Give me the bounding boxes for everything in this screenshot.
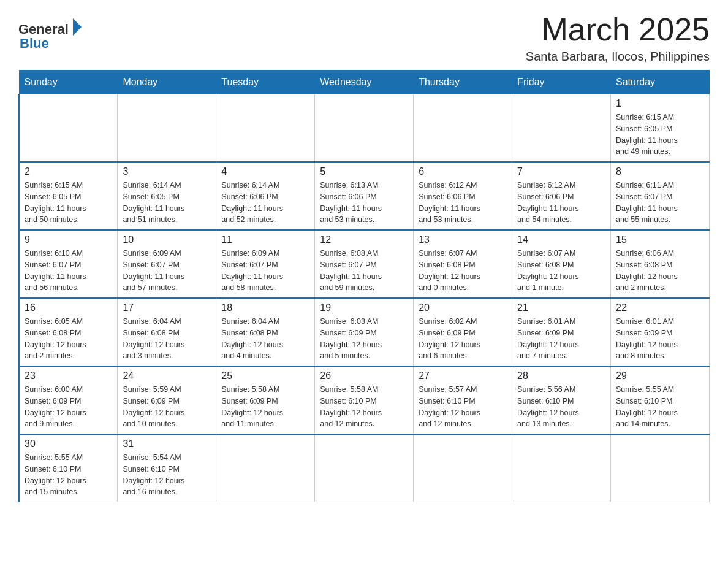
calendar-cell [414, 434, 512, 502]
day-info: Sunrise: 5:55 AM Sunset: 6:10 PM Dayligh… [25, 452, 112, 498]
day-number: 18 [221, 302, 309, 313]
day-info: Sunrise: 6:07 AM Sunset: 6:08 PM Dayligh… [419, 248, 507, 294]
calendar-header-saturday: Saturday [611, 71, 710, 94]
calendar-header-sunday: Sunday [19, 71, 118, 94]
day-info: Sunrise: 6:05 AM Sunset: 6:08 PM Dayligh… [25, 316, 112, 362]
calendar-cell: 7Sunrise: 6:12 AM Sunset: 6:06 PM Daylig… [512, 162, 611, 230]
calendar-cell: 19Sunrise: 6:03 AM Sunset: 6:09 PM Dayli… [315, 298, 414, 366]
calendar-cell: 5Sunrise: 6:13 AM Sunset: 6:06 PM Daylig… [315, 162, 414, 230]
calendar-cell: 17Sunrise: 6:04 AM Sunset: 6:08 PM Dayli… [118, 298, 216, 366]
day-number: 29 [616, 370, 704, 381]
day-number: 7 [517, 166, 605, 177]
day-number: 3 [123, 166, 211, 177]
calendar-table: SundayMondayTuesdayWednesdayThursdayFrid… [18, 70, 710, 502]
day-info: Sunrise: 6:04 AM Sunset: 6:08 PM Dayligh… [123, 316, 211, 362]
day-info: Sunrise: 6:15 AM Sunset: 6:05 PM Dayligh… [616, 112, 704, 158]
day-number: 6 [419, 166, 507, 177]
calendar-cell [216, 434, 315, 502]
day-number: 16 [25, 302, 112, 313]
day-info: Sunrise: 6:15 AM Sunset: 6:05 PM Dayligh… [25, 180, 112, 226]
calendar-header-friday: Friday [512, 71, 611, 94]
calendar-cell: 30Sunrise: 5:55 AM Sunset: 6:10 PM Dayli… [19, 434, 118, 502]
day-info: Sunrise: 5:57 AM Sunset: 6:10 PM Dayligh… [419, 384, 507, 430]
calendar-cell [315, 434, 414, 502]
calendar-week-row: 30Sunrise: 5:55 AM Sunset: 6:10 PM Dayli… [19, 434, 710, 502]
calendar-cell: 29Sunrise: 5:55 AM Sunset: 6:10 PM Dayli… [611, 366, 710, 434]
calendar-cell: 15Sunrise: 6:06 AM Sunset: 6:08 PM Dayli… [611, 230, 710, 298]
day-number: 1 [616, 98, 704, 109]
day-number: 20 [419, 302, 507, 313]
day-number: 28 [517, 370, 605, 381]
calendar-week-row: 16Sunrise: 6:05 AM Sunset: 6:08 PM Dayli… [19, 298, 710, 366]
day-number: 13 [419, 234, 507, 245]
day-info: Sunrise: 5:54 AM Sunset: 6:10 PM Dayligh… [123, 452, 211, 498]
day-number: 23 [25, 370, 112, 381]
calendar-cell: 31Sunrise: 5:54 AM Sunset: 6:10 PM Dayli… [118, 434, 216, 502]
calendar-cell [216, 94, 315, 163]
day-number: 17 [123, 302, 211, 313]
calendar-cell [611, 434, 710, 502]
calendar-cell: 26Sunrise: 5:58 AM Sunset: 6:10 PM Dayli… [315, 366, 414, 434]
day-info: Sunrise: 6:12 AM Sunset: 6:06 PM Dayligh… [419, 180, 507, 226]
calendar-cell: 3Sunrise: 6:14 AM Sunset: 6:05 PM Daylig… [118, 162, 216, 230]
day-number: 5 [320, 166, 408, 177]
calendar-cell: 12Sunrise: 6:08 AM Sunset: 6:07 PM Dayli… [315, 230, 414, 298]
calendar-cell [19, 94, 118, 163]
calendar-cell: 23Sunrise: 6:00 AM Sunset: 6:09 PM Dayli… [19, 366, 118, 434]
calendar-cell: 13Sunrise: 6:07 AM Sunset: 6:08 PM Dayli… [414, 230, 512, 298]
day-number: 11 [221, 234, 309, 245]
day-number: 10 [123, 234, 211, 245]
calendar-cell: 2Sunrise: 6:15 AM Sunset: 6:05 PM Daylig… [19, 162, 118, 230]
calendar-week-row: 1Sunrise: 6:15 AM Sunset: 6:05 PM Daylig… [19, 94, 710, 163]
calendar-cell: 20Sunrise: 6:02 AM Sunset: 6:09 PM Dayli… [414, 298, 512, 366]
day-info: Sunrise: 6:02 AM Sunset: 6:09 PM Dayligh… [419, 316, 507, 362]
day-info: Sunrise: 6:11 AM Sunset: 6:07 PM Dayligh… [616, 180, 704, 226]
calendar-week-row: 9Sunrise: 6:10 AM Sunset: 6:07 PM Daylig… [19, 230, 710, 298]
day-info: Sunrise: 6:01 AM Sunset: 6:09 PM Dayligh… [517, 316, 605, 362]
calendar-cell: 4Sunrise: 6:14 AM Sunset: 6:06 PM Daylig… [216, 162, 315, 230]
day-number: 24 [123, 370, 211, 381]
day-number: 15 [616, 234, 704, 245]
day-info: Sunrise: 6:01 AM Sunset: 6:09 PM Dayligh… [616, 316, 704, 362]
day-info: Sunrise: 6:07 AM Sunset: 6:08 PM Dayligh… [517, 248, 605, 294]
logo-blue-text: Blue [20, 36, 49, 52]
calendar-cell [512, 94, 611, 163]
day-info: Sunrise: 6:08 AM Sunset: 6:07 PM Dayligh… [320, 248, 408, 294]
day-number: 19 [320, 302, 408, 313]
calendar-cell [512, 434, 611, 502]
day-info: Sunrise: 6:06 AM Sunset: 6:08 PM Dayligh… [616, 248, 704, 294]
page-header: General Blue March 2025 Santa Barbara, I… [18, 12, 710, 64]
day-info: Sunrise: 5:55 AM Sunset: 6:10 PM Dayligh… [616, 384, 704, 430]
calendar-header-row: SundayMondayTuesdayWednesdayThursdayFrid… [19, 71, 710, 94]
calendar-cell: 28Sunrise: 5:56 AM Sunset: 6:10 PM Dayli… [512, 366, 611, 434]
day-number: 9 [25, 234, 112, 245]
calendar-cell: 18Sunrise: 6:04 AM Sunset: 6:08 PM Dayli… [216, 298, 315, 366]
day-number: 27 [419, 370, 507, 381]
month-year-title: March 2025 [526, 12, 710, 47]
calendar-cell: 9Sunrise: 6:10 AM Sunset: 6:07 PM Daylig… [19, 230, 118, 298]
calendar-cell: 14Sunrise: 6:07 AM Sunset: 6:08 PM Dayli… [512, 230, 611, 298]
day-number: 30 [25, 439, 112, 450]
calendar-cell: 27Sunrise: 5:57 AM Sunset: 6:10 PM Dayli… [414, 366, 512, 434]
day-info: Sunrise: 6:04 AM Sunset: 6:08 PM Dayligh… [221, 316, 309, 362]
day-info: Sunrise: 5:59 AM Sunset: 6:09 PM Dayligh… [123, 384, 211, 430]
day-number: 14 [517, 234, 605, 245]
calendar-cell: 24Sunrise: 5:59 AM Sunset: 6:09 PM Dayli… [118, 366, 216, 434]
calendar-week-row: 2Sunrise: 6:15 AM Sunset: 6:05 PM Daylig… [19, 162, 710, 230]
calendar-header-wednesday: Wednesday [315, 71, 414, 94]
calendar-header-thursday: Thursday [414, 71, 512, 94]
day-info: Sunrise: 6:00 AM Sunset: 6:09 PM Dayligh… [25, 384, 112, 430]
calendar-cell: 25Sunrise: 5:58 AM Sunset: 6:09 PM Dayli… [216, 366, 315, 434]
calendar-cell: 16Sunrise: 6:05 AM Sunset: 6:08 PM Dayli… [19, 298, 118, 366]
title-block: March 2025 Santa Barbara, Ilocos, Philip… [526, 12, 710, 64]
day-info: Sunrise: 6:09 AM Sunset: 6:07 PM Dayligh… [221, 248, 309, 294]
day-info: Sunrise: 6:10 AM Sunset: 6:07 PM Dayligh… [25, 248, 112, 294]
calendar-cell: 8Sunrise: 6:11 AM Sunset: 6:07 PM Daylig… [611, 162, 710, 230]
calendar-cell: 21Sunrise: 6:01 AM Sunset: 6:09 PM Dayli… [512, 298, 611, 366]
day-number: 2 [25, 166, 112, 177]
calendar-cell: 6Sunrise: 6:12 AM Sunset: 6:06 PM Daylig… [414, 162, 512, 230]
logo: General Blue [18, 18, 82, 52]
calendar-cell: 11Sunrise: 6:09 AM Sunset: 6:07 PM Dayli… [216, 230, 315, 298]
day-number: 31 [123, 439, 211, 450]
day-number: 25 [221, 370, 309, 381]
